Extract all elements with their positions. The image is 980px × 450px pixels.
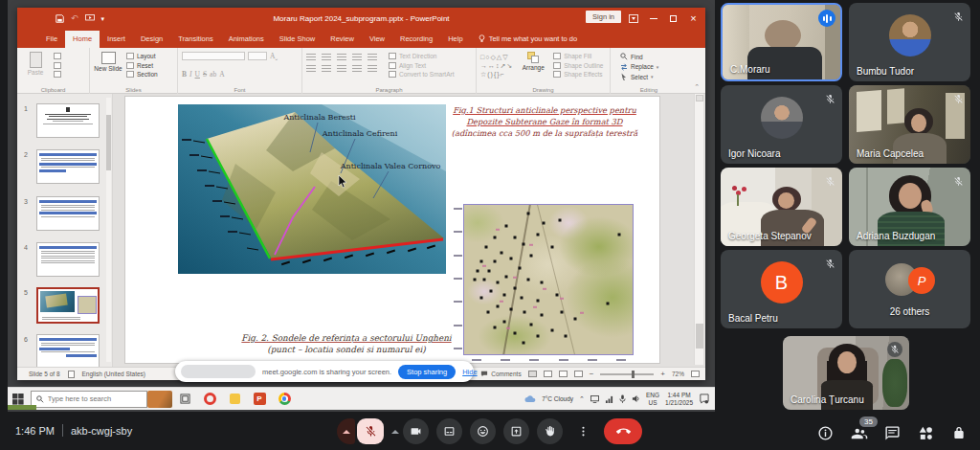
align-buttons[interactable] <box>306 65 377 72</box>
reading-view-icon[interactable] <box>559 371 568 377</box>
ribbon-display-options-icon[interactable] <box>623 8 643 29</box>
mic-options-chevron[interactable] <box>337 418 355 444</box>
tab-view[interactable]: View <box>362 31 392 48</box>
opera-taskbar-button[interactable] <box>197 388 222 411</box>
tab-review[interactable]: Review <box>323 31 362 48</box>
camera-options-chevron[interactable] <box>391 430 399 434</box>
shape-effects-button[interactable]: Shape Effects <box>553 71 603 78</box>
restore-icon[interactable] <box>663 8 683 29</box>
convert-smartart-button[interactable]: Convert to SmartArt <box>389 71 454 78</box>
list-indent-buttons[interactable] <box>306 54 377 60</box>
tab-slideshow[interactable]: Slide Show <box>272 31 323 48</box>
font-style-buttons[interactable]: BIUSabA <box>182 63 298 80</box>
chrome-taskbar-button[interactable] <box>272 388 297 411</box>
slide-thumbnail-5-selected[interactable] <box>36 287 100 324</box>
language-status[interactable]: English (United States) <box>82 371 145 377</box>
tile-maria-capcelea[interactable]: Maria Capcelea <box>849 85 970 164</box>
tab-file[interactable]: File <box>38 31 65 48</box>
more-options-button[interactable] <box>570 418 596 444</box>
tab-home[interactable]: Home <box>65 31 100 48</box>
powerpoint-taskbar-button[interactable]: P <box>247 388 272 411</box>
signin-button[interactable]: Sign in <box>586 11 621 23</box>
tab-recording[interactable]: Recording <box>392 31 440 48</box>
find-button[interactable]: Find <box>620 53 658 60</box>
host-controls-button[interactable] <box>951 425 969 442</box>
network-icon[interactable] <box>605 395 613 403</box>
grow-shrink-font-icons[interactable]: Aˬ <box>270 52 278 60</box>
raise-hand-button[interactable] <box>537 418 563 444</box>
font-size-box[interactable] <box>248 52 267 60</box>
scrollbar-thumb[interactable] <box>696 324 703 349</box>
tile-georgeta-stepanov[interactable]: Georgeta Stepanov <box>721 168 842 246</box>
slide[interactable]: Anticlinala Beresti Anticlinala Cefireni… <box>124 96 660 364</box>
section-button[interactable]: Section <box>126 71 158 78</box>
mic-mute-button[interactable] <box>357 418 384 444</box>
chat-button[interactable] <box>884 425 902 442</box>
tile-igor-nicoara[interactable]: Igor Nicoara <box>721 85 842 164</box>
slide-scrollbar[interactable] <box>694 94 703 365</box>
copy-icon[interactable] <box>54 62 61 69</box>
weather-widget[interactable] <box>147 388 172 411</box>
clock-date[interactable]: 1:44 PM1/21/2025 <box>665 392 693 406</box>
text-direction-button[interactable]: Text Direction <box>389 53 454 59</box>
zoom-in-button[interactable]: + <box>660 370 665 378</box>
align-text-button[interactable]: Align Text <box>389 62 454 69</box>
tile-bumbu-tudor[interactable]: Bumbu Tudor <box>849 3 970 81</box>
normal-view-icon[interactable] <box>528 371 537 377</box>
shapes-gallery[interactable]: □○◇△▽ →↔↕↗↘ ☆(){}⌐ <box>480 52 513 85</box>
tab-insert[interactable]: Insert <box>100 31 133 48</box>
arrange-button[interactable]: Arrange <box>517 52 549 85</box>
spellcheck-icon[interactable] <box>68 371 75 378</box>
save-icon[interactable] <box>56 14 64 23</box>
zoom-slider[interactable] <box>600 373 654 375</box>
undo-icon[interactable]: ↶ <box>71 14 78 23</box>
slide-thumbnail-4[interactable] <box>36 242 100 277</box>
tell-me-box[interactable]: Tell me what you want to do <box>471 31 586 48</box>
tab-transitions[interactable]: Transitions <box>170 31 220 48</box>
paste-button[interactable]: Paste <box>21 52 50 85</box>
zoom-slider-thumb[interactable] <box>632 371 635 378</box>
shape-outline-button[interactable]: Shape Outline <box>553 62 603 69</box>
hide-banner-link[interactable]: Hide <box>462 368 477 376</box>
activities-button[interactable] <box>918 425 935 442</box>
language-indicator[interactable]: ENGUS <box>646 392 659 406</box>
display-icon[interactable] <box>590 395 599 403</box>
mic-icon[interactable] <box>619 394 626 403</box>
weather-status[interactable]: 7°C Cloudy <box>542 395 573 402</box>
thumbnail-scrollbar[interactable] <box>106 98 111 362</box>
tab-animations[interactable]: Animations <box>221 31 272 48</box>
search-input[interactable] <box>48 394 142 403</box>
collapse-ribbon-icon[interactable]: ⌃ <box>694 83 700 91</box>
minimize-icon[interactable] <box>643 8 663 29</box>
zoom-out-button[interactable]: − <box>590 370 594 378</box>
captions-button[interactable] <box>436 418 462 444</box>
slide-thumbnail-3[interactable] <box>36 196 100 231</box>
slide-thumbnail-1[interactable] <box>36 103 100 138</box>
reactions-button[interactable] <box>470 418 496 444</box>
hidden-icons-chevron[interactable]: ⌃ <box>579 395 585 403</box>
layout-button[interactable]: Layout <box>126 53 158 59</box>
people-button[interactable]: 35 <box>851 425 868 442</box>
slide-thumbnail-2[interactable] <box>36 149 100 184</box>
cut-icon[interactable] <box>54 53 61 59</box>
zoom-level[interactable]: 72% <box>672 371 684 377</box>
tile-c-moraru[interactable]: C.Moraru <box>721 3 842 81</box>
info-button[interactable] <box>817 425 835 442</box>
stop-sharing-button[interactable]: Stop sharing <box>398 365 456 379</box>
qat-dropdown-icon[interactable]: ▾ <box>101 15 105 22</box>
select-button[interactable]: Select▾ <box>620 73 658 80</box>
camera-button[interactable] <box>403 418 429 444</box>
end-call-button[interactable] <box>604 418 642 444</box>
tile-adriana-buzdugan[interactable]: Adriana Buzdugan <box>849 168 970 246</box>
task-view-button[interactable] <box>172 388 197 411</box>
replace-button[interactable]: Replace▾ <box>620 63 658 71</box>
new-slide-button[interactable]: New Slide <box>94 52 122 85</box>
slide-thumbnail-6[interactable] <box>36 334 100 369</box>
font-name-box[interactable] <box>182 52 245 60</box>
yellow-app-taskbar-button[interactable] <box>222 388 247 411</box>
close-icon[interactable]: × <box>683 8 703 29</box>
tab-design[interactable]: Design <box>133 31 170 48</box>
speaker-icon[interactable] <box>632 394 640 403</box>
taskbar-search[interactable] <box>31 391 147 408</box>
format-painter-icon[interactable] <box>54 71 61 78</box>
